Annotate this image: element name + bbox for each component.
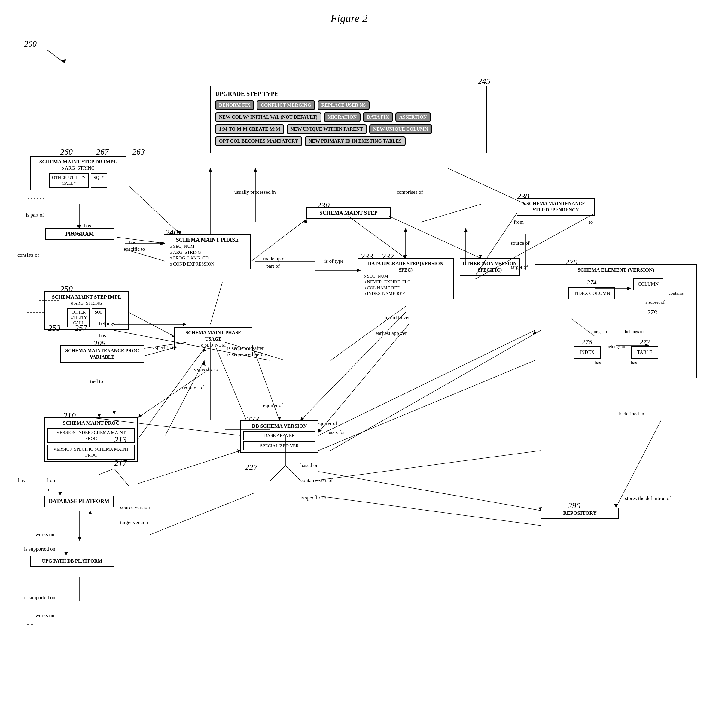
onv-title: OTHER (NON VERSION SPECIFIC) xyxy=(463,261,517,273)
ref-213: 213 xyxy=(114,435,127,444)
btn-denorm-fix: DENORM FIX xyxy=(215,100,254,110)
btn-conflict-merging: CONFLICT MERGING xyxy=(257,100,315,110)
label-is-specific-to-smpu: is specific to xyxy=(192,366,218,372)
label-from-2: from xyxy=(46,478,56,483)
svg-marker-80 xyxy=(303,219,307,223)
base-app-ver-inner: BASE APP VER xyxy=(243,431,315,440)
btn-assertion: ASSERTION xyxy=(396,113,431,122)
label-has-table: has xyxy=(631,360,637,366)
svg-marker-92 xyxy=(300,417,304,420)
smpu-title: SCHEMA MAINT PHASE USAGE xyxy=(177,330,249,342)
label-made-up-of: made up of xyxy=(263,256,286,262)
label-is-supported-on-1: is supported on xyxy=(24,546,55,552)
label-subset-of: a subset of xyxy=(577,299,728,306)
label-is-specific-to-dsv: is specific to xyxy=(300,495,326,501)
svg-line-35 xyxy=(114,469,129,486)
svg-line-34 xyxy=(99,469,114,475)
svg-line-116 xyxy=(138,450,240,483)
label-to-1: to xyxy=(589,219,593,225)
label-from-1: from xyxy=(514,219,524,225)
svg-line-103 xyxy=(318,472,541,511)
dus-attrs: o SEQ_NUMo NEVER_EXPIRE_FLGo COL NAME RE… xyxy=(361,273,451,297)
label-seq-before: is sequenced before xyxy=(227,351,267,358)
svg-marker-94 xyxy=(318,429,322,433)
btn-new-unique-col: NEW UNIQUE COLUMN xyxy=(369,124,432,134)
btn-migration: MIGRATION xyxy=(324,113,361,122)
index-inner: INDEX xyxy=(573,346,601,359)
svg-line-55 xyxy=(315,496,541,525)
svg-line-95 xyxy=(138,348,204,439)
svg-marker-82 xyxy=(208,168,212,172)
ref-276-inline: 276 xyxy=(573,338,601,346)
label-part-of: part of xyxy=(266,263,280,269)
svg-line-49 xyxy=(210,282,222,325)
svg-line-64 xyxy=(117,237,164,243)
svg-line-0 xyxy=(46,49,65,63)
label-works-on-1: works on xyxy=(35,532,54,538)
ref-245: 245 xyxy=(478,76,490,86)
svg-line-100 xyxy=(318,330,535,436)
smsi-attr: o ARG_STRING xyxy=(48,300,126,306)
data-upgrade-step-box: DATA UPGRADE STEP (VERSION SPEC) o SEQ_N… xyxy=(358,258,454,299)
label-source-version: source version xyxy=(120,505,150,511)
repository-box: REPOSITORY xyxy=(541,508,619,519)
smpv-title: SCHEMA MAINTENANCE PROC VARIABLE xyxy=(63,348,141,361)
upg-path-db-platform-box: UPG PATH DB PLATFORM xyxy=(30,556,114,567)
svg-marker-1 xyxy=(62,59,66,63)
schema-maint-step-dep-box: SCHEMA MAINTENANCE STEP DEPENDENCY xyxy=(517,198,595,216)
svg-line-87 xyxy=(448,168,526,204)
svg-line-91 xyxy=(300,312,406,420)
database-platform-box: DATABASE PLATFORM xyxy=(45,496,114,507)
dus-title: DATA UPGRADE STEP (VERSION SPEC) xyxy=(361,261,451,273)
schema-maint-phase-box: SCHEMA MAINT PHASE o SEQ_NUMo ARG_STRING… xyxy=(164,234,251,270)
updp-title: UPG PATH DB PLATFORM xyxy=(33,558,111,564)
label-consists-of: consists of xyxy=(17,252,39,258)
svg-line-85 xyxy=(389,216,481,258)
svg-line-93 xyxy=(318,325,409,433)
repo-title: REPOSITORY xyxy=(544,510,616,517)
btn-new-col: NEW COL W/ INITIAL VAL (NOT DEFAULT) xyxy=(215,113,322,122)
svg-marker-86 xyxy=(479,255,482,258)
label-has-dp: has xyxy=(18,478,25,483)
svg-marker-45 xyxy=(464,228,468,232)
btn-new-unique: NEW UNIQUE WITHIN PARENT xyxy=(287,124,367,134)
label-is-of-type: is of type xyxy=(325,258,344,264)
btn-data-fix: DATA FIX xyxy=(363,113,393,122)
label-requirer-of-1: requirer of xyxy=(182,384,204,390)
upgrade-panel: UPGRADE STEP TYPE DENORM FIX CONFLICT ME… xyxy=(210,86,487,153)
schema-element-version-box: SCHEMA ELEMENT (VERSION) 274 INDEX COLUM… xyxy=(535,264,697,378)
ref-227: 227 xyxy=(245,463,257,472)
smsi-title: SCHEMA MAINT STEP IMPL xyxy=(48,294,126,300)
sql-inner: SQL* xyxy=(91,173,108,188)
specialized-ver-inner: SPECIALIZED VER xyxy=(243,442,315,450)
svg-marker-76 xyxy=(97,414,101,417)
label-usually-processed: usually processed in xyxy=(234,189,276,195)
db-schema-version-box: DB SCHEMA VERSION BASE APP VER SPECIALIZ… xyxy=(240,420,318,453)
svg-marker-111 xyxy=(58,492,62,496)
svg-marker-57 xyxy=(88,511,92,514)
ref-257: 257 xyxy=(75,323,87,333)
upgrade-row-4: OPT COL BECOMES MANDATORY NEW PRIMARY ID… xyxy=(215,136,482,146)
label-requirer-of-2: requirer of xyxy=(261,403,283,408)
label-source-of: source of xyxy=(511,240,530,246)
svg-marker-119 xyxy=(138,414,142,417)
svg-line-99 xyxy=(216,348,246,420)
sms-title: SCHEMA MAINT STEP xyxy=(309,210,387,216)
svg-marker-38 xyxy=(254,168,257,172)
svg-marker-72 xyxy=(171,334,174,338)
figure-title: Figure 2 xyxy=(331,12,368,25)
label-specific-to-2: specific to xyxy=(124,246,145,252)
ref-217: 217 xyxy=(114,458,127,468)
svg-marker-106 xyxy=(614,504,618,508)
ref-272-inline: 272 xyxy=(631,338,658,346)
label-is-defined-in: is defined in xyxy=(619,411,644,417)
label-is-supported-on-2: is supported on xyxy=(24,594,55,601)
label-has-prog-smp: has xyxy=(129,240,136,246)
svg-line-54 xyxy=(315,450,541,480)
svg-line-83 xyxy=(348,216,406,258)
label-basis-for: basis for xyxy=(328,430,345,436)
label-belongs-to-index2: belongs to xyxy=(607,338,625,359)
ref-263: 263 xyxy=(132,147,145,157)
smsd-title: SCHEMA MAINTENANCE STEP DEPENDENCY xyxy=(520,201,592,213)
svg-line-17 xyxy=(270,466,285,480)
